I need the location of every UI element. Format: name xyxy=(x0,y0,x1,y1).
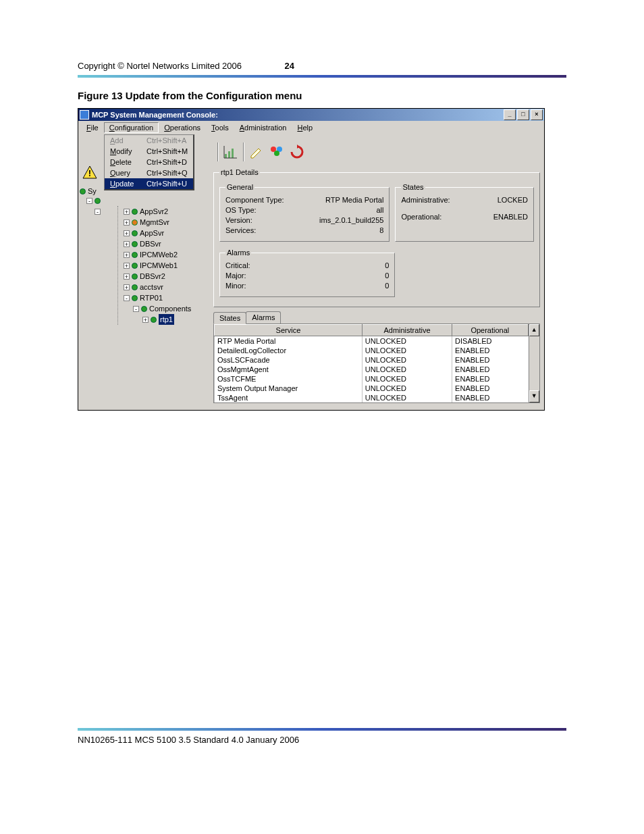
status-dot-icon xyxy=(132,273,138,280)
menu-help[interactable]: Help xyxy=(292,122,318,133)
footer-text: NN10265-111 MCS 5100 3.5 Standard 4.0 Ja… xyxy=(78,735,566,745)
status-dot-icon xyxy=(132,252,138,258)
minimize-button[interactable]: _ xyxy=(504,109,516,120)
page-number: 24 xyxy=(285,61,294,71)
general-fieldset: General Component Type:RTP Media Portal … xyxy=(219,183,390,242)
toolbar-separator xyxy=(243,142,244,161)
tab-alarms[interactable]: Alarms xyxy=(246,311,281,323)
header-divider xyxy=(78,75,566,78)
tree-node[interactable]: +acctsvr xyxy=(124,282,213,292)
menu-item-update[interactable]: Update Ctrl+Shift+U xyxy=(105,178,193,189)
status-dot-icon xyxy=(132,241,138,247)
col-operational[interactable]: Operational xyxy=(452,325,528,336)
table-row[interactable]: TssAgentUNLOCKEDENABLED xyxy=(215,393,529,402)
col-administrative[interactable]: Administrative xyxy=(362,325,452,336)
window-title: MCP System Management Console: xyxy=(92,111,502,119)
tree-node-selected[interactable]: +rtp1 xyxy=(142,314,213,325)
close-button[interactable]: × xyxy=(531,109,543,120)
maximize-button[interactable]: □ xyxy=(517,109,529,120)
tree-node[interactable]: +IPCMWeb2 xyxy=(124,249,213,260)
status-dot-icon xyxy=(132,219,138,226)
details-pane: rtp1 Details General Component Type:RTP … xyxy=(213,134,544,410)
menu-item-query[interactable]: Query Ctrl+Shift+Q xyxy=(105,167,193,178)
configuration-dropdown: Add Ctrl+Shift+A Modify Ctrl+Shift+M Del… xyxy=(104,134,194,190)
tree-node[interactable]: +AppSvr xyxy=(124,228,213,238)
states-fieldset: States Administrative:LOCKED Operational… xyxy=(395,183,534,242)
scroll-down-button[interactable]: ▼ xyxy=(529,390,539,402)
services-table: Service Administrative Operational RTP M… xyxy=(214,324,529,402)
alarms-fieldset: Alarms Critical:0 Major:0 Minor:0 xyxy=(219,249,395,297)
status-dot-icon xyxy=(132,295,138,301)
page-header: Copyright © Nortel Networks Limited 2006… xyxy=(78,61,566,71)
menu-administration[interactable]: Administration xyxy=(234,122,292,133)
details-legend: rtp1 Details xyxy=(219,168,260,176)
menu-tools[interactable]: Tools xyxy=(206,122,234,133)
svg-point-9 xyxy=(274,151,279,156)
tabs: States Alarms xyxy=(213,311,540,323)
server-tree: +AppSvr2 +MgmtSvr +AppSvr +DBSvr +IPCMWe… xyxy=(115,206,213,325)
figure-title: Figure 13 Update from the Configuration … xyxy=(78,90,566,101)
tree-node[interactable]: +DBSvr xyxy=(124,238,213,249)
app-window: MCP System Management Console: _ □ × Fil… xyxy=(78,108,545,411)
status-dot-icon xyxy=(132,263,138,269)
chart-icon[interactable] xyxy=(223,144,239,160)
toolbar xyxy=(213,138,540,165)
scrollbar[interactable]: ▲ ▼ xyxy=(529,324,539,402)
menu-item-modify[interactable]: Modify Ctrl+Shift+M xyxy=(105,146,193,157)
tab-states[interactable]: States xyxy=(213,312,246,324)
titlebar: MCP System Management Console: _ □ × xyxy=(78,109,544,121)
table-row[interactable]: DetailedLogCollectorUNLOCKEDENABLED xyxy=(215,346,529,355)
details-fieldset: rtp1 Details General Component Type:RTP … xyxy=(213,168,540,307)
col-service[interactable]: Service xyxy=(215,325,363,336)
edit-icon[interactable] xyxy=(248,144,265,160)
menu-configuration[interactable]: Configuration xyxy=(104,122,159,133)
svg-rect-3 xyxy=(228,151,230,158)
table-row[interactable]: RTP Media PortalUNLOCKEDDISABLED xyxy=(215,336,529,346)
menu-item-add[interactable]: Add Ctrl+Shift+A xyxy=(105,135,193,146)
scroll-up-button[interactable]: ▲ xyxy=(529,324,539,336)
copyright-text: Copyright © Nortel Networks Limited 2006 xyxy=(78,61,242,71)
tree-node[interactable]: +MgmtSvr xyxy=(124,217,213,228)
menu-file[interactable]: File xyxy=(81,122,104,133)
table-row[interactable]: OssTCFMEUNLOCKEDENABLED xyxy=(215,374,529,384)
tree-node[interactable]: +AppSvr2 xyxy=(124,206,213,217)
menubar: File Configuration Operations Tools Admi… xyxy=(78,121,544,134)
menu-item-delete[interactable]: Delete Ctrl+Shift+D xyxy=(105,157,193,167)
app-icon xyxy=(80,110,89,120)
tab-panel: Service Administrative Operational RTP M… xyxy=(213,323,540,403)
users-icon[interactable] xyxy=(269,144,285,160)
tree-node[interactable]: +IPCMWeb1 xyxy=(124,260,213,271)
status-dot-icon xyxy=(151,317,157,323)
tree-node[interactable]: -Components xyxy=(133,303,213,314)
svg-rect-2 xyxy=(225,154,227,158)
status-dot-icon xyxy=(132,284,138,290)
tree-node[interactable]: -RTP01 xyxy=(124,292,213,303)
toolbar-separator xyxy=(217,142,219,161)
status-dot-icon xyxy=(141,306,147,312)
tree-node[interactable]: +DBSvr2 xyxy=(124,271,213,282)
status-dot-icon xyxy=(132,209,138,215)
svg-rect-4 xyxy=(232,149,234,158)
table-row[interactable]: OssLSCFacadeUNLOCKEDENABLED xyxy=(215,355,529,365)
footer-divider xyxy=(78,728,566,731)
status-dot-icon xyxy=(132,230,138,236)
refresh-icon[interactable] xyxy=(289,144,305,160)
table-row[interactable]: OssMgmtAgentUNLOCKEDENABLED xyxy=(215,365,529,374)
table-row[interactable]: System Output ManagerUNLOCKEDENABLED xyxy=(215,384,529,393)
menu-operations[interactable]: Operations xyxy=(159,122,206,133)
